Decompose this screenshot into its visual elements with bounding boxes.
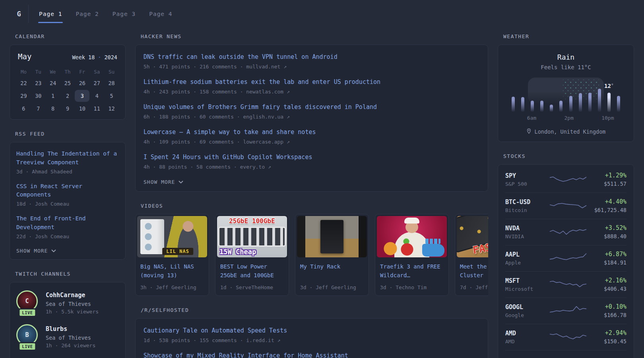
- stock-symbol[interactable]: GOOGL: [505, 304, 550, 311]
- calendar-day[interactable]: 11: [89, 103, 104, 115]
- stock-symbol[interactable]: AMD: [505, 330, 550, 337]
- rss-item-title[interactable]: The End of Front-End Development: [16, 214, 119, 232]
- video-title[interactable]: My Tiny Rack: [295, 259, 369, 281]
- calendar-month: May: [18, 52, 31, 61]
- twitch-channel-name[interactable]: Blurbs: [46, 325, 95, 333]
- chevron-down-icon: [178, 179, 183, 185]
- rss-item-title[interactable]: CSS in React Server Components: [16, 182, 119, 200]
- weather-time-label: 2pm: [564, 115, 574, 121]
- stock-symbol[interactable]: AAPL: [505, 251, 550, 258]
- calendar-day[interactable]: 22: [16, 77, 31, 89]
- stock-symbol[interactable]: BTC-USD: [505, 198, 550, 206]
- video-thumbnail[interactable]: [297, 216, 367, 257]
- weather-time-label: [518, 115, 527, 121]
- rss-section: RSS FEED Handling The Indentation of a T…: [10, 131, 126, 260]
- stock-change: +1.29%: [586, 172, 627, 179]
- weather-bar: [508, 97, 518, 112]
- tab-page-1[interactable]: Page 1: [38, 5, 63, 23]
- video-thumbnail[interactable]: FAST: [457, 216, 488, 257]
- calendar-day[interactable]: 6: [16, 103, 31, 115]
- weather-location[interactable]: London, United Kingdom: [504, 128, 627, 135]
- weather-location-label: London, United Kingdom: [535, 128, 606, 135]
- video-thumbnail[interactable]: 25GbE 100GbE 15W Cheap: [217, 216, 287, 257]
- tab-page-3[interactable]: Page 3: [112, 5, 136, 23]
- twitch-channel-game: Sea of Thieves: [46, 301, 99, 307]
- tab-page-4[interactable]: Page 4: [148, 5, 173, 23]
- reddit-item-meta: 1d · 538 points · 155 comments · i.redd.…: [144, 337, 480, 343]
- rss-widget: Handling The Indentation of a Treeview C…: [10, 142, 126, 260]
- hn-item-title[interactable]: Unique volumes of Brothers Grimm fairy t…: [144, 103, 480, 111]
- weekday-label: Tu: [31, 69, 46, 75]
- calendar-day[interactable]: 28: [104, 77, 119, 89]
- calendar-day[interactable]: 4: [89, 90, 104, 102]
- hn-item-title[interactable]: Lowercase – A simple way to take and sha…: [144, 128, 480, 136]
- rss-item-title[interactable]: Handling The Indentation of a Treeview C…: [16, 150, 119, 167]
- stock-sparkline: [550, 252, 586, 264]
- tab-page-2[interactable]: Page 2: [75, 5, 99, 23]
- hn-item-title[interactable]: DNS traffic can leak outside the VPN tun…: [144, 53, 480, 61]
- calendar-week-year: Week 18 · 2024: [72, 54, 117, 60]
- hn-item-title[interactable]: Lithium-free sodium batteries exit the l…: [144, 78, 480, 86]
- stock-change: +0.10%: [586, 303, 627, 310]
- stock-chart-cell: [550, 199, 586, 212]
- hn-show-more-button[interactable]: SHOW MORE: [144, 179, 183, 185]
- calendar-day[interactable]: 25: [60, 77, 75, 89]
- calendar-day[interactable]: 10: [75, 103, 89, 115]
- weather-bar: [614, 96, 623, 112]
- calendar-day[interactable]: 5: [104, 90, 119, 102]
- network-switch-art: [219, 228, 285, 245]
- video-meta: 7d · Jeff Geerling: [455, 281, 488, 296]
- rss-show-more-button[interactable]: SHOW MORE: [16, 248, 56, 254]
- video-title[interactable]: Meet the new Linux Cluster: [455, 259, 488, 281]
- stock-name: NVIDIA: [505, 233, 550, 239]
- video-thumbnail[interactable]: LIL NAS: [137, 216, 207, 257]
- video-title[interactable]: BEST Low Power 25GbE and 100GbE Switch…: [215, 259, 289, 281]
- thumbnail-caption: LIL NAS: [162, 248, 193, 255]
- calendar-section-header: CALENDAR: [15, 33, 126, 39]
- current-temp-label: 12°: [604, 83, 613, 89]
- calendar-day[interactable]: 24: [46, 77, 60, 89]
- video-card: LIL NAS Big NAS, Lil NAS (moving 13) 3h …: [135, 214, 209, 296]
- hn-item-meta: 4h · 88 points · 58 comments · every.to …: [144, 164, 480, 170]
- hn-item-title[interactable]: I Spent 24 Hours with GitHub Copilot Wor…: [144, 153, 480, 161]
- weekday-label: Sa: [89, 69, 104, 75]
- reddit-item-title[interactable]: Cautionary Tale on Automated Speed Tests: [144, 327, 480, 335]
- stock-change: +4.40%: [586, 198, 627, 205]
- table-row: AMD AMD +2.94% $150.45: [505, 324, 627, 350]
- video-title[interactable]: Big NAS, Lil NAS (moving 13): [136, 259, 209, 281]
- calendar-day[interactable]: 9: [60, 103, 75, 115]
- reddit-section-header: /R/SELFHOSTED: [141, 307, 488, 313]
- weather-time-label: 10pm: [601, 115, 614, 121]
- calendar-day[interactable]: 29: [16, 90, 31, 102]
- table-row: MSFT Microsoft +2.16% $406.43: [505, 272, 627, 298]
- docker-crates-art: [425, 239, 440, 244]
- calendar-day[interactable]: 30: [31, 90, 46, 102]
- weather-bar: [556, 101, 566, 112]
- weather-condition: Rain: [504, 53, 627, 61]
- stock-symbol[interactable]: SPY: [505, 172, 550, 179]
- reddit-item-title[interactable]: Showcase of my Mixed Reality Interface f…: [144, 352, 480, 358]
- calendar-day[interactable]: 26: [75, 77, 89, 89]
- calendar-day[interactable]: 23: [31, 77, 46, 89]
- video-title[interactable]: Traefik 3 and FREE Wildcard…: [375, 259, 448, 281]
- video-thumbnail[interactable]: [377, 216, 447, 257]
- calendar-day[interactable]: 12: [104, 103, 119, 115]
- calendar-day[interactable]: 2: [60, 90, 75, 102]
- twitch-channel-name[interactable]: CohhCarnage: [46, 292, 99, 299]
- stock-symbol[interactable]: MSFT: [505, 277, 550, 284]
- stock-change: +6.87%: [586, 251, 627, 258]
- stock-price: $406.43: [586, 286, 627, 292]
- weather-time-label: [592, 115, 601, 121]
- calendar-day[interactable]: 8: [46, 103, 60, 115]
- calendar-day[interactable]: 3: [75, 90, 89, 102]
- weekday-label: Th: [60, 69, 75, 75]
- stock-symbol[interactable]: NVDA: [505, 225, 550, 232]
- list-item: CSS in React Server Components 18d · Jos…: [16, 182, 119, 207]
- stock-sparkline: [550, 173, 586, 185]
- calendar-day[interactable]: 7: [31, 103, 46, 115]
- table-row: NVDA NVIDIA +3.52% $888.40: [505, 219, 627, 245]
- stock-chart-cell: [550, 252, 586, 265]
- calendar-day[interactable]: 1: [46, 90, 60, 102]
- app-logo[interactable]: G: [10, 5, 29, 23]
- calendar-day[interactable]: 27: [89, 77, 104, 89]
